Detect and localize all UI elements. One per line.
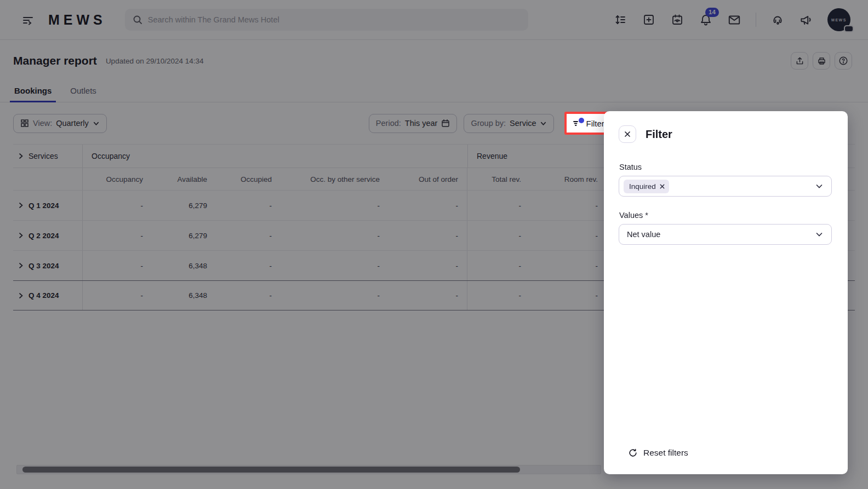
- filter-panel: Filter Status Inquired Values * Net valu…: [604, 111, 848, 474]
- reset-icon: [628, 448, 638, 458]
- panel-title: Filter: [646, 128, 672, 141]
- values-selected-option: Net value: [624, 230, 660, 239]
- close-panel-button[interactable]: [619, 125, 636, 143]
- status-field-label: Status: [619, 163, 832, 171]
- reset-filters-button[interactable]: Reset filters: [628, 448, 688, 458]
- filter-icon: [573, 119, 581, 127]
- chip-label: Inquired: [629, 182, 656, 191]
- filter-active-dot: [579, 118, 584, 123]
- status-multiselect[interactable]: Inquired: [619, 176, 832, 197]
- chevron-down-icon[interactable]: [815, 230, 824, 239]
- values-field-label: Values *: [619, 211, 832, 220]
- reset-label: Reset filters: [643, 448, 688, 458]
- filter-button-label: Filter: [586, 119, 604, 128]
- values-select[interactable]: Net value: [619, 224, 832, 245]
- chevron-down-icon[interactable]: [815, 182, 824, 191]
- remove-chip-icon[interactable]: [659, 183, 665, 189]
- status-chip-inquired[interactable]: Inquired: [624, 180, 669, 193]
